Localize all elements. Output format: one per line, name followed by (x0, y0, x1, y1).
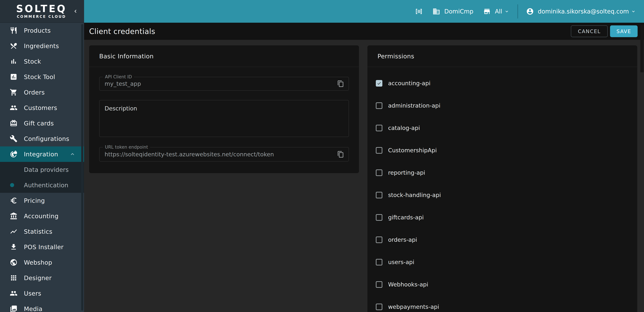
permission-row: catalog-api (376, 124, 627, 131)
checkbox-unchecked[interactable] (376, 214, 382, 221)
permission-row: giftcards-api (376, 214, 627, 221)
sidebar-item-stock-tool[interactable]: Stock Tool (0, 69, 84, 84)
url-token-endpoint-label: URL token endpoint (103, 144, 150, 150)
grid-icon (10, 274, 18, 282)
account-icon[interactable] (526, 8, 534, 15)
chart-box-icon (10, 73, 18, 81)
description-field[interactable]: Description (99, 100, 349, 137)
permission-row: reporting-api (376, 169, 627, 176)
sidebar-item-label: Media (24, 306, 42, 312)
brand-name: SOLTEQ (16, 4, 67, 14)
checkbox-unchecked[interactable] (376, 102, 382, 109)
permission-label: giftcards-api (388, 214, 424, 221)
permission-label: reporting-api (388, 169, 425, 176)
sidebar-item-ingredients[interactable]: Ingredients (0, 38, 84, 54)
app-window: SOLTEQ COMMERCE CLOUD Products Ingredien… (0, 0, 644, 312)
sidebar-item-statistics[interactable]: Statistics (0, 224, 84, 239)
api-client-id-field[interactable]: API Client ID my_test_app (99, 77, 349, 90)
basic-information-card: Basic Information API Client ID my_test_… (89, 46, 359, 173)
copy-icon[interactable] (337, 150, 344, 158)
api-client-id-value: my_test_app (104, 80, 337, 87)
sidebar-subitem-data-providers[interactable]: Data providers (0, 162, 84, 177)
sidebar-item-orders[interactable]: Orders (0, 84, 84, 100)
api-client-id-label: API Client ID (103, 74, 134, 79)
photo-library-icon (10, 305, 18, 312)
sidebar-subitem-authentication[interactable]: Authentication (0, 177, 84, 193)
card-header: Basic Information (89, 46, 359, 60)
sidebar-item-label: Users (24, 290, 41, 297)
sidebar-item-pos-installer[interactable]: POS Installer (0, 239, 84, 255)
checkbox-unchecked[interactable] (376, 147, 382, 154)
barcode-scan-icon[interactable] (415, 8, 423, 15)
brand-tagline: COMMERCE CLOUD (16, 14, 67, 19)
permission-label: webpayments-api (388, 304, 439, 310)
sidebar-item-customers[interactable]: Customers (0, 100, 84, 116)
store-icon[interactable] (483, 8, 491, 15)
permission-row: accounting-api (376, 80, 627, 86)
sidebar-item-designer[interactable]: Designer (0, 270, 84, 286)
checkbox-checked[interactable] (376, 80, 382, 86)
permission-label: orders-api (388, 236, 417, 243)
permission-row: orders-api (376, 236, 627, 243)
sidebar-item-configurations[interactable]: Configurations (0, 131, 84, 146)
sidebar-item-webshop[interactable]: Webshop (0, 255, 84, 270)
checkbox-unchecked[interactable] (376, 259, 382, 266)
chevron-down-icon[interactable] (504, 9, 509, 14)
sidebar-collapse-icon[interactable] (72, 8, 78, 14)
sidebar-item-label: Statistics (24, 228, 52, 235)
card-header: Permissions (368, 46, 637, 60)
sidebar-scrollbar[interactable] (81, 24, 83, 311)
page-scrollbar[interactable] (640, 25, 644, 72)
cancel-button[interactable]: CANCEL (571, 26, 608, 37)
top-app-bar: DomiCmp All dominika.sikorska@solteq.com (84, 0, 644, 23)
checkbox-unchecked[interactable] (376, 192, 382, 198)
chevron-up-icon[interactable] (69, 151, 76, 157)
page-content: Basic Information API Client ID my_test_… (84, 40, 644, 312)
topbar-divider (518, 4, 518, 18)
sidebar-item-label: Webshop (24, 259, 52, 266)
permissions-list: accounting-api administration-api catalo… (368, 67, 637, 310)
sidebar-item-media[interactable]: Media (0, 301, 84, 312)
card-title: Permissions (378, 53, 414, 60)
user-email[interactable]: dominika.sikorska@solteq.com (538, 8, 629, 15)
cart-icon (10, 88, 18, 96)
permission-label: users-api (388, 259, 414, 266)
globe-lock-icon (10, 150, 18, 158)
sidebar-item-gift-cards[interactable]: Gift cards (0, 116, 84, 131)
brand-logo: SOLTEQ COMMERCE CLOUD (16, 4, 67, 19)
sidebar-item-label: Accounting (24, 213, 58, 220)
sidebar-item-products[interactable]: Products (0, 23, 84, 38)
checkbox-unchecked[interactable] (376, 281, 382, 288)
trend-icon (10, 228, 18, 235)
url-token-endpoint-value: https://solteqidentity-test.azurewebsite… (104, 151, 337, 158)
main-area: DomiCmp All dominika.sikorska@solteq.com… (84, 0, 644, 312)
restaurant-icon (10, 26, 18, 34)
sidebar-item-label: Stock Tool (24, 74, 55, 80)
people-icon (10, 290, 18, 297)
store-filter-value[interactable]: All (495, 8, 502, 15)
company-name[interactable]: DomiCmp (444, 8, 473, 15)
sidebar-item-accounting[interactable]: Accounting (0, 208, 84, 224)
sidebar-item-pricing[interactable]: Pricing (0, 193, 84, 208)
permission-label: accounting-api (388, 80, 430, 86)
sidebar-subitem-label: Authentication (24, 182, 68, 188)
checkbox-unchecked[interactable] (376, 170, 382, 176)
checkbox-unchecked[interactable] (376, 125, 382, 131)
copy-icon[interactable] (337, 80, 344, 88)
checkbox-unchecked[interactable] (376, 236, 382, 243)
sidebar-item-label: Gift cards (24, 120, 54, 127)
sidebar-item-label: Stock (24, 58, 41, 65)
permission-row: Webhooks-api (376, 281, 627, 288)
card-title: Basic Information (99, 53, 154, 60)
sidebar-item-integration[interactable]: Integration (0, 146, 84, 162)
company-icon[interactable] (432, 8, 440, 15)
sidebar-item-users[interactable]: Users (0, 286, 84, 301)
sidebar-item-stock[interactable]: Stock (0, 54, 84, 69)
sidebar-item-label: POS Installer (24, 244, 64, 250)
url-token-endpoint-field[interactable]: URL token endpoint https://solteqidentit… (99, 147, 349, 162)
permission-label: administration-api (388, 102, 440, 109)
sidebar-item-label: Designer (24, 274, 52, 282)
chevron-down-icon[interactable] (631, 9, 636, 14)
save-button[interactable]: SAVE (610, 26, 638, 37)
checkbox-unchecked[interactable] (376, 304, 382, 310)
